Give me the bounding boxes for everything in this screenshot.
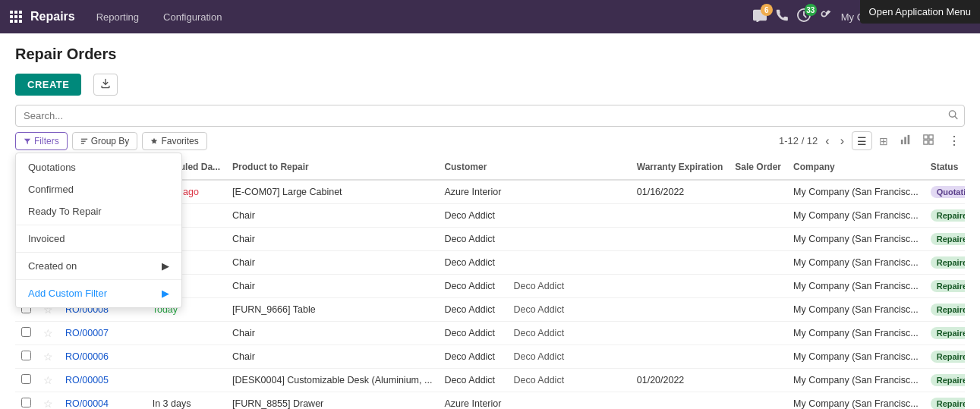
filter-ready-to-repair[interactable]: Ready To Repair	[16, 200, 181, 222]
td-company: My Company (San Francisc...	[787, 392, 925, 410]
td-sale-order	[729, 228, 787, 251]
td-ref[interactable]: RO/00006	[59, 345, 147, 369]
chat-badge: 6	[761, 4, 773, 16]
th-company[interactable]: Company	[787, 155, 925, 180]
td-customer: Deco Addict	[438, 275, 507, 298]
filter-invoiced[interactable]: Invoiced	[16, 228, 181, 250]
row-checkbox[interactable]	[21, 327, 31, 337]
pagination-prev[interactable]: ‹	[822, 133, 832, 149]
td-sale-order	[729, 204, 787, 228]
status-badge: Repaired	[931, 280, 965, 292]
td-checkbox[interactable]	[15, 369, 37, 392]
svg-rect-17	[924, 135, 928, 139]
open-app-menu-tooltip: Open Application Menu	[860, 0, 980, 24]
td-scheduled: In 3 days	[147, 392, 226, 410]
td-product: Chair	[226, 275, 438, 298]
groupby-button[interactable]: Group By	[72, 132, 138, 150]
th-customer[interactable]: Customer	[438, 155, 507, 180]
phone-icon-btn[interactable]	[776, 9, 788, 24]
tools-icon-btn[interactable]	[820, 9, 832, 24]
td-checkbox[interactable]	[15, 322, 37, 345]
star-icon[interactable]: ☆	[43, 398, 53, 409]
row-checkbox[interactable]	[21, 351, 31, 360]
td-star[interactable]: ☆	[37, 322, 59, 345]
td-scheduled	[147, 345, 226, 369]
view-list[interactable]: ☰	[852, 131, 872, 150]
td-ref[interactable]: RO/00005	[59, 369, 147, 392]
row-checkbox[interactable]	[21, 398, 31, 407]
row-checkbox[interactable]	[21, 374, 31, 384]
svg-rect-4	[14, 15, 17, 18]
star-icon[interactable]: ☆	[43, 374, 53, 386]
filter-confirmed[interactable]: Confirmed	[16, 178, 181, 200]
filter-add-custom-label: Add Custom Filter	[28, 288, 107, 299]
td-customer: Deco Addict	[438, 369, 507, 392]
td-checkbox[interactable]	[15, 392, 37, 410]
nav-reporting[interactable]: Reporting	[90, 8, 145, 26]
td-warranty: 01/20/2022	[631, 369, 729, 392]
td-warranty	[631, 228, 729, 251]
filter-add-custom[interactable]: Add Custom Filter ▶	[16, 282, 181, 304]
td-scheduled	[147, 369, 226, 392]
td-status: Repaired	[925, 251, 965, 275]
filter-quotations[interactable]: Quotations	[16, 156, 181, 178]
td-sale-order	[729, 251, 787, 275]
status-badge: Repaired	[931, 374, 965, 386]
td-company: My Company (San Francisc...	[787, 298, 925, 322]
search-input[interactable]	[15, 105, 965, 127]
status-badge: Repaired	[931, 256, 965, 269]
td-status: Repaired	[925, 298, 965, 322]
favorites-button[interactable]: Favorites	[142, 132, 206, 150]
td-customer: Deco Addict	[438, 298, 507, 322]
td-customer2	[507, 180, 630, 204]
view-pivot[interactable]	[918, 131, 939, 150]
th-product[interactable]: Product to Repair	[226, 155, 438, 180]
nav-configuration[interactable]: Configuration	[157, 8, 228, 26]
td-star[interactable]: ☆	[37, 392, 59, 410]
pagination-next[interactable]: ›	[837, 133, 847, 149]
td-product: Chair	[226, 251, 438, 275]
td-star[interactable]: ☆	[37, 345, 59, 369]
export-button[interactable]	[93, 74, 118, 96]
svg-rect-2	[19, 11, 22, 14]
svg-rect-20	[929, 140, 933, 144]
td-checkbox[interactable]	[15, 345, 37, 369]
td-company: My Company (San Francisc...	[787, 228, 925, 251]
star-icon[interactable]: ☆	[43, 327, 53, 339]
status-badge: Repaired	[931, 327, 965, 339]
table-row: ☆ RO/00007 Chair Deco Addict Deco Addict…	[15, 322, 965, 345]
td-customer: Deco Addict	[438, 204, 507, 228]
td-company: My Company (San Francisc...	[787, 180, 925, 204]
star-icon[interactable]: ☆	[43, 351, 53, 363]
svg-rect-1	[14, 11, 17, 14]
view-chart[interactable]	[895, 131, 916, 150]
td-status: Repaired	[925, 369, 965, 392]
chat-icon-btn[interactable]: 6	[753, 8, 767, 25]
filter-ready-to-repair-label: Ready To Repair	[28, 206, 102, 217]
search-icon[interactable]	[948, 109, 959, 122]
td-customer2: Deco Addict	[507, 369, 630, 392]
th-status[interactable]: Status	[925, 155, 965, 180]
create-button[interactable]: CREATE	[15, 74, 81, 96]
clock-icon-btn[interactable]: 33	[797, 8, 811, 25]
td-star[interactable]: ☆	[37, 369, 59, 392]
td-ref[interactable]: RO/00007	[59, 322, 147, 345]
th-warranty[interactable]: Warranty Expiration	[631, 155, 729, 180]
td-status: Repaired	[925, 228, 965, 251]
favorites-label: Favorites	[161, 136, 198, 146]
filter-quotations-label: Quotations	[28, 162, 76, 173]
th-sale-order[interactable]: Sale Order	[729, 155, 787, 180]
filter-created-on[interactable]: Created on ▶	[16, 255, 181, 277]
more-options-button[interactable]: ⋮	[944, 132, 965, 149]
top-navbar: Repairs Reporting Configuration 6 33 My …	[0, 0, 980, 33]
td-status: Repaired	[925, 345, 965, 369]
td-warranty	[631, 392, 729, 410]
view-kanban[interactable]: ⊞	[874, 131, 893, 150]
filters-button[interactable]: Filters	[15, 132, 68, 150]
clock-badge: 33	[805, 4, 817, 16]
svg-rect-3	[10, 15, 13, 18]
svg-point-10	[949, 110, 955, 116]
filter-confirmed-label: Confirmed	[28, 184, 74, 195]
td-ref[interactable]: RO/00004	[59, 392, 147, 410]
apps-icon[interactable]	[9, 10, 23, 24]
